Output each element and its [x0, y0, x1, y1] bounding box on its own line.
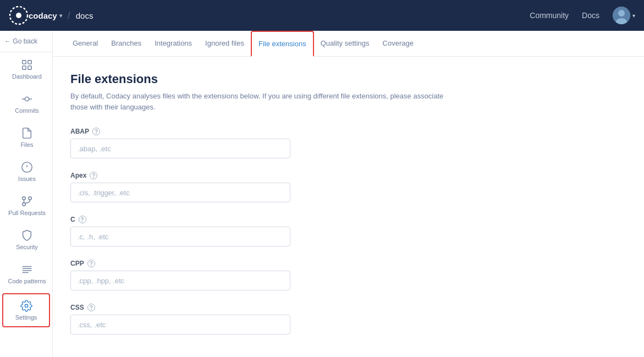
field-group-c: C ?	[70, 216, 626, 246]
sidebar-label-pull-requests: Pull Requests	[8, 210, 46, 216]
svg-point-3	[618, 10, 625, 17]
apex-input[interactable]	[70, 183, 290, 202]
sidebar-item-settings[interactable]: Settings	[2, 293, 50, 327]
sidebar-label-files: Files	[20, 141, 33, 148]
files-icon	[21, 127, 33, 139]
page-description: By default, Codacy analyses files with t…	[70, 91, 455, 112]
sidebar-item-code-patterns[interactable]: Code patterns	[0, 257, 52, 291]
field-label-cpp: CPP ?	[70, 260, 626, 267]
field-label-abap: ABAP ?	[70, 128, 626, 135]
code-patterns-icon	[21, 263, 33, 276]
codacy-logo-icon	[9, 6, 29, 25]
apex-help-icon[interactable]: ?	[90, 172, 97, 179]
sidebar-item-files[interactable]: Files	[0, 120, 52, 155]
cpp-input[interactable]	[70, 271, 290, 290]
user-avatar-wrapper[interactable]: ▾	[613, 7, 635, 24]
commits-icon	[21, 93, 33, 105]
field-group-css: CSS ?	[70, 304, 626, 334]
svg-rect-8	[28, 66, 31, 69]
nav-separator: /	[68, 10, 70, 21]
svg-point-9	[25, 97, 29, 101]
community-link[interactable]: Community	[530, 11, 569, 20]
brand-name[interactable]: codacy ▾	[29, 11, 62, 20]
main-content: General Branches Integrations Ignored fi…	[53, 31, 644, 357]
tab-file-extensions[interactable]: File extensions	[251, 31, 314, 57]
svg-point-1	[16, 13, 21, 18]
dashboard-icon	[21, 59, 33, 71]
avatar-chevron-icon: ▾	[632, 13, 635, 19]
field-group-apex: Apex ?	[70, 172, 626, 202]
main-layout: ← Go back Dashboard Commits Files Issues…	[0, 31, 644, 357]
sidebar-label-settings: Settings	[15, 314, 37, 321]
field-group-abap: ABAP ?	[70, 128, 626, 158]
tab-integrations[interactable]: Integrations	[148, 31, 199, 56]
page-title: File extensions	[70, 72, 626, 86]
brand-chevron-icon: ▾	[59, 13, 62, 19]
sidebar-label-commits: Commits	[15, 107, 38, 114]
tabs-bar: General Branches Integrations Ignored fi…	[53, 31, 644, 57]
svg-point-17	[23, 197, 26, 200]
project-name: docs	[76, 11, 93, 20]
field-label-apex: Apex ?	[70, 172, 626, 179]
sidebar-item-issues[interactable]: Issues	[0, 155, 52, 189]
sidebar-label-dashboard: Dashboard	[12, 73, 42, 80]
svg-point-15	[23, 203, 26, 206]
svg-rect-5	[23, 61, 26, 64]
svg-point-23	[25, 304, 28, 307]
back-button[interactable]: ← Go back	[0, 31, 52, 52]
sidebar-item-dashboard[interactable]: Dashboard	[0, 52, 52, 86]
docs-link[interactable]: Docs	[582, 11, 599, 20]
sidebar-label-issues: Issues	[18, 175, 36, 182]
abap-input[interactable]	[70, 139, 290, 158]
sidebar: ← Go back Dashboard Commits Files Issues…	[0, 31, 53, 357]
sidebar-item-security[interactable]: Security	[0, 223, 52, 257]
cpp-help-icon[interactable]: ?	[87, 260, 95, 267]
field-label-c: C ?	[70, 216, 626, 223]
abap-help-icon[interactable]: ?	[92, 128, 100, 135]
sidebar-item-commits[interactable]: Commits	[0, 86, 52, 120]
css-help-icon[interactable]: ?	[87, 304, 95, 311]
sidebar-label-code-patterns: Code patterns	[8, 278, 46, 284]
field-group-cpp: CPP ?	[70, 260, 626, 290]
svg-rect-7	[23, 66, 26, 69]
field-label-css: CSS ?	[70, 304, 626, 311]
issues-icon	[21, 161, 33, 173]
avatar	[613, 7, 630, 24]
tab-quality-settings[interactable]: Quality settings	[314, 31, 376, 56]
pull-requests-icon	[21, 195, 33, 207]
tab-branches[interactable]: Branches	[104, 31, 148, 56]
navbar: codacy ▾ / docs Community Docs ▾	[0, 0, 644, 31]
security-icon	[21, 229, 33, 241]
tab-general[interactable]: General	[66, 31, 104, 56]
settings-icon	[20, 300, 32, 312]
tab-ignored-files[interactable]: Ignored files	[199, 31, 251, 56]
page-content: File extensions By default, Codacy analy…	[53, 57, 644, 357]
c-help-icon[interactable]: ?	[79, 216, 86, 223]
css-input[interactable]	[70, 315, 290, 334]
tab-coverage[interactable]: Coverage	[376, 31, 420, 56]
sidebar-item-pull-requests[interactable]: Pull Requests	[0, 189, 52, 223]
svg-rect-6	[28, 61, 31, 64]
svg-point-16	[29, 197, 32, 200]
navbar-right: Community Docs ▾	[530, 7, 635, 24]
sidebar-label-security: Security	[16, 244, 38, 250]
c-input[interactable]	[70, 227, 290, 246]
